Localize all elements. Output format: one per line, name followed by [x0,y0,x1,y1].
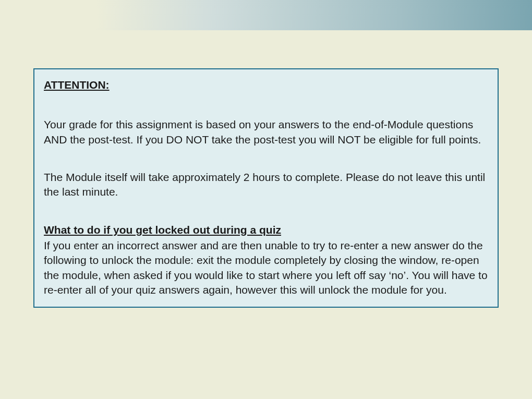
header-bar [0,0,532,30]
lockout-subheading: What to do if you get locked out during … [44,223,488,237]
attention-notice-box: ATTENTION: Your grade for this assignmen… [33,68,499,308]
attention-title: ATTENTION: [44,78,488,92]
duration-info-paragraph: The Module itself will take approximatel… [44,170,488,200]
grade-info-paragraph: Your grade for this assignment is based … [44,117,488,147]
lockout-instructions-paragraph: If you enter an incorrect answer and are… [44,238,488,297]
